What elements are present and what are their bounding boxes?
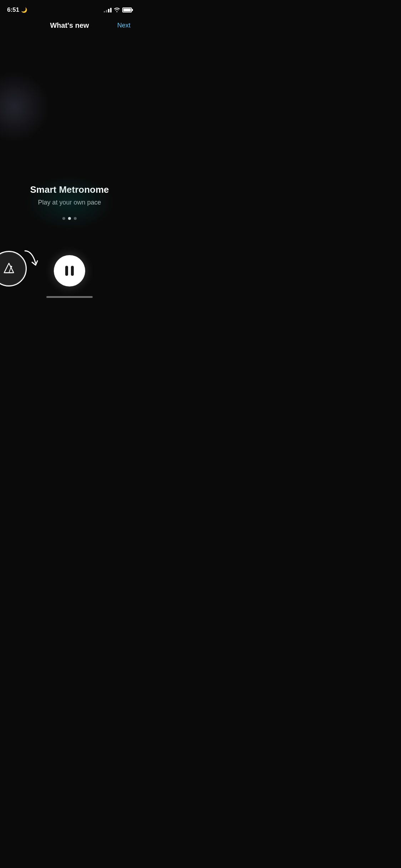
pause-bar-left <box>65 266 68 276</box>
signal-bar-4 <box>110 8 112 12</box>
signal-bar-2 <box>106 10 107 12</box>
page-dot-2[interactable] <box>68 217 71 220</box>
time-display: 6:51 <box>7 6 19 14</box>
home-indicator <box>46 296 93 298</box>
next-button[interactable]: Next <box>109 22 130 29</box>
battery-fill <box>123 9 131 11</box>
page-dots <box>62 217 77 220</box>
pause-bar-right <box>71 266 74 276</box>
svg-line-0 <box>9 267 11 273</box>
bottom-area <box>0 229 139 301</box>
status-time: 6:51 🌙 <box>7 6 27 14</box>
metronome-inner <box>0 253 25 285</box>
page-title: What's new <box>30 21 109 30</box>
feature-title: Smart Metronome <box>30 184 109 195</box>
status-right-icons <box>104 7 132 13</box>
pause-button[interactable] <box>54 255 85 286</box>
moon-icon: 🌙 <box>21 7 27 13</box>
status-bar: 6:51 🌙 <box>0 0 139 18</box>
signal-bar-1 <box>104 11 105 12</box>
feature-subtitle: Play at your own pace <box>38 199 101 206</box>
battery-icon <box>122 7 132 12</box>
wifi-icon <box>114 7 120 13</box>
header: What's new Next <box>0 18 139 33</box>
signal-icon <box>104 8 112 12</box>
svg-point-1 <box>10 266 12 268</box>
pause-icon <box>65 266 74 276</box>
page-dot-3[interactable] <box>74 217 77 220</box>
signal-bar-3 <box>108 9 109 12</box>
main-content: Smart Metronome Play at your own pace <box>0 33 139 231</box>
page-dot-1[interactable] <box>62 217 65 220</box>
